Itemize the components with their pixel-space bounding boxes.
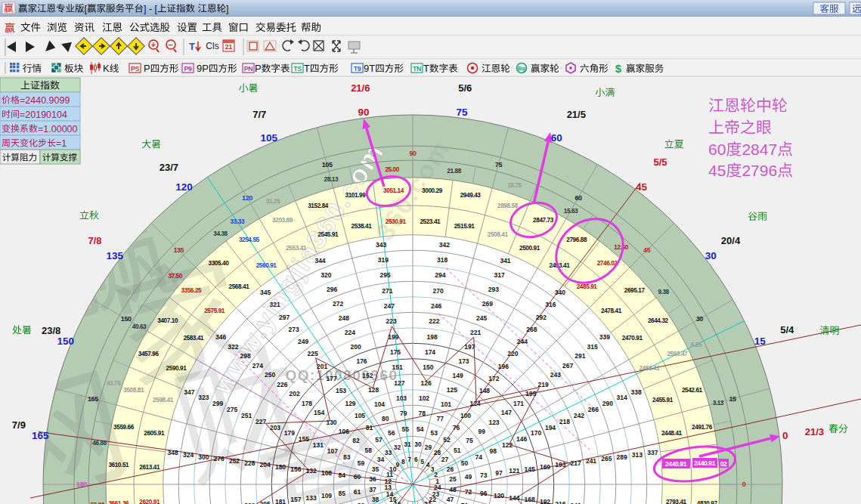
svg-text:5: 5 bbox=[420, 458, 424, 465]
svg-text:222: 222 bbox=[429, 317, 439, 325]
svg-text:48: 48 bbox=[449, 486, 457, 493]
svg-text:25: 25 bbox=[449, 475, 457, 483]
svg-text:90: 90 bbox=[358, 107, 370, 118]
svg-text:24: 24 bbox=[434, 484, 441, 491]
svg-text:348: 348 bbox=[168, 449, 178, 456]
svg-text:23/8: 23/8 bbox=[42, 325, 60, 336]
svg-text:90: 90 bbox=[409, 150, 417, 157]
svg-text:247: 247 bbox=[384, 302, 395, 310]
svg-text:2793.41: 2793.41 bbox=[666, 499, 687, 504]
svg-text:7/8: 7/8 bbox=[88, 235, 101, 246]
svg-text:131: 131 bbox=[313, 441, 324, 449]
svg-text:216: 216 bbox=[555, 500, 565, 504]
svg-text:251: 251 bbox=[241, 412, 252, 419]
svg-text:3407.10: 3407.10 bbox=[157, 317, 178, 324]
svg-text:145: 145 bbox=[525, 465, 535, 473]
svg-text:57: 57 bbox=[375, 436, 382, 444]
svg-text:135: 135 bbox=[173, 246, 184, 254]
svg-text:33: 33 bbox=[385, 449, 392, 456]
svg-text:96: 96 bbox=[480, 490, 488, 497]
svg-text:+: + bbox=[151, 41, 156, 49]
svg-text:PS: PS bbox=[131, 65, 140, 73]
svg-text:320: 320 bbox=[321, 271, 331, 279]
svg-text:174: 174 bbox=[425, 348, 435, 356]
svg-text:275: 275 bbox=[227, 406, 237, 413]
svg-text:2620.91: 2620.91 bbox=[139, 499, 160, 504]
svg-text:299: 299 bbox=[212, 400, 223, 407]
svg-text:5/5: 5/5 bbox=[653, 156, 667, 168]
svg-text:3203.69: 3203.69 bbox=[272, 217, 293, 224]
svg-text:168: 168 bbox=[525, 496, 535, 503]
svg-text:2440.91: 2440.91 bbox=[694, 459, 716, 467]
svg-text:294: 294 bbox=[435, 271, 445, 279]
svg-text:9.38: 9.38 bbox=[658, 289, 669, 295]
svg-text:203: 203 bbox=[270, 424, 280, 431]
svg-text:181: 181 bbox=[275, 498, 286, 504]
svg-text:2590.91: 2590.91 bbox=[166, 365, 187, 372]
svg-text:267: 267 bbox=[562, 362, 573, 369]
svg-text:165: 165 bbox=[32, 430, 49, 441]
svg-text:6.25: 6.25 bbox=[691, 342, 702, 348]
svg-text:272: 272 bbox=[333, 300, 343, 308]
svg-text:323: 323 bbox=[198, 394, 209, 401]
svg-text:242: 242 bbox=[574, 412, 584, 419]
svg-text:3661.36: 3661.36 bbox=[108, 500, 129, 504]
svg-text:155: 155 bbox=[299, 435, 309, 443]
svg-text:122: 122 bbox=[502, 441, 513, 449]
svg-text:173: 173 bbox=[458, 357, 469, 365]
svg-text:178: 178 bbox=[302, 400, 312, 407]
svg-text:61: 61 bbox=[354, 488, 361, 496]
svg-text:120: 120 bbox=[494, 492, 504, 499]
svg-text:201: 201 bbox=[317, 363, 327, 370]
svg-text:85: 85 bbox=[339, 490, 346, 497]
svg-text:18.75: 18.75 bbox=[507, 182, 522, 189]
svg-text:319: 319 bbox=[378, 256, 389, 264]
svg-text:2598.41: 2598.41 bbox=[153, 397, 174, 404]
svg-text:81: 81 bbox=[366, 424, 373, 431]
svg-text:5/6: 5/6 bbox=[458, 82, 472, 94]
svg-text:2500.91: 2500.91 bbox=[519, 245, 540, 252]
svg-text:33.33: 33.33 bbox=[231, 218, 245, 225]
svg-text:PN: PN bbox=[244, 65, 253, 73]
svg-text:37: 37 bbox=[369, 486, 376, 493]
svg-text:226: 226 bbox=[277, 381, 287, 388]
svg-text:$: $ bbox=[615, 62, 622, 75]
svg-text:195: 195 bbox=[525, 390, 536, 397]
svg-text:60: 60 bbox=[551, 132, 562, 144]
svg-text:Big: Big bbox=[518, 66, 526, 72]
svg-text:30: 30 bbox=[705, 250, 717, 261]
svg-text:3051.14: 3051.14 bbox=[383, 187, 404, 194]
svg-text:2898.58: 2898.58 bbox=[497, 203, 519, 209]
svg-text:135: 135 bbox=[106, 250, 123, 261]
svg-text:252: 252 bbox=[229, 457, 240, 465]
svg-text:77: 77 bbox=[436, 415, 444, 422]
svg-text:2560.91: 2560.91 bbox=[256, 262, 277, 269]
svg-text:295: 295 bbox=[380, 271, 391, 279]
svg-text:172: 172 bbox=[488, 375, 499, 382]
svg-text:292: 292 bbox=[536, 314, 547, 321]
svg-text:265: 265 bbox=[601, 455, 612, 462]
svg-text:170: 170 bbox=[531, 429, 541, 437]
svg-text:169: 169 bbox=[540, 463, 550, 471]
svg-text:3356.25: 3356.25 bbox=[181, 287, 202, 294]
svg-text:2523.41: 2523.41 bbox=[420, 218, 441, 225]
svg-text:34.38: 34.38 bbox=[213, 230, 228, 237]
svg-text:2: 2 bbox=[434, 471, 438, 478]
svg-text:177: 177 bbox=[327, 375, 337, 382]
svg-text:176: 176 bbox=[356, 357, 367, 365]
svg-text:300: 300 bbox=[198, 453, 209, 461]
svg-text:K: K bbox=[103, 63, 110, 74]
svg-text:179: 179 bbox=[284, 429, 295, 437]
svg-text:150: 150 bbox=[423, 363, 433, 371]
svg-text:78: 78 bbox=[419, 410, 426, 417]
svg-text:125: 125 bbox=[447, 386, 457, 394]
svg-text:3000.29: 3000.29 bbox=[422, 187, 443, 194]
svg-text:244: 244 bbox=[517, 338, 528, 345]
svg-text:15: 15 bbox=[729, 395, 736, 403]
svg-text:75: 75 bbox=[456, 107, 468, 118]
svg-text:2478.41: 2478.41 bbox=[601, 308, 622, 314]
svg-text:T9: T9 bbox=[354, 65, 361, 73]
svg-text:243: 243 bbox=[550, 371, 561, 379]
svg-text:4830.97: 4830.97 bbox=[697, 500, 718, 504]
svg-text:Cls: Cls bbox=[206, 41, 218, 51]
